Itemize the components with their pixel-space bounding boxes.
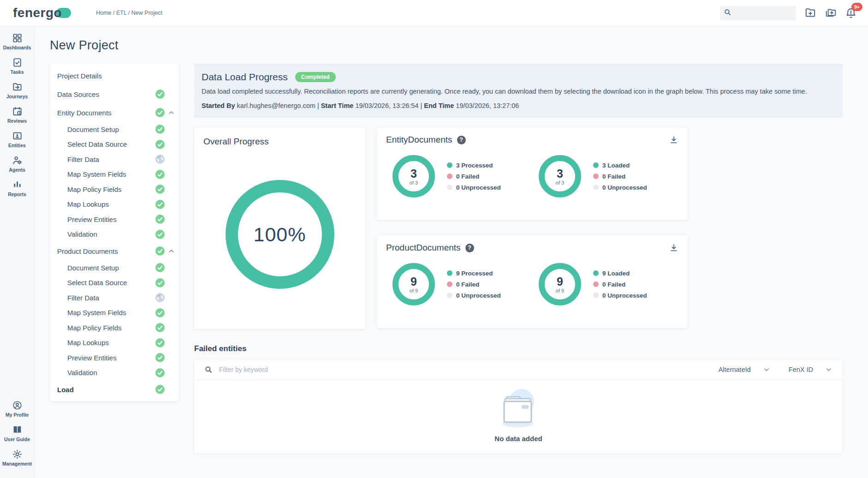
document-card-entitydocuments: EntityDocuments?3of 33 Processed0 Failed…	[377, 127, 688, 220]
step-entity-documents[interactable]: Entity Documents	[50, 103, 179, 122]
sidebar-item-reports[interactable]: Reports	[0, 179, 34, 197]
legend-label: 9 Loaded	[602, 270, 630, 277]
check-icon	[155, 338, 165, 347]
step-map-policy-fields[interactable]: Map Policy Fields	[50, 182, 179, 197]
sidebar-item-agents[interactable]: Agents	[0, 155, 34, 173]
sidebar-item-tasks[interactable]: Tasks	[0, 57, 34, 75]
step-filter-data[interactable]: Filter Data	[50, 152, 179, 167]
legend: 3 Loaded0 Failed0 Unprocessed	[593, 162, 647, 191]
agents-icon	[12, 155, 23, 166]
breadcrumb[interactable]: Home / ETL / New Project	[96, 10, 162, 16]
chevron-up-icon[interactable]	[167, 247, 175, 255]
check-icon	[155, 140, 165, 149]
meta-value-started-by: karl.hughes@fenergo.com	[237, 102, 315, 109]
step-map-system-fields[interactable]: Map System Fields	[50, 305, 179, 321]
search-icon	[724, 8, 731, 18]
help-icon[interactable]: ?	[457, 136, 466, 144]
chevron-placeholder	[167, 386, 175, 394]
help-icon[interactable]: ?	[465, 244, 474, 252]
sidebar-item-entities[interactable]: Entities	[0, 131, 34, 148]
step-validation[interactable]: Validation	[50, 365, 179, 381]
step-map-policy-fields[interactable]: Map Policy Fields	[50, 320, 179, 335]
download-icon[interactable]	[669, 135, 678, 144]
download-icon[interactable]	[669, 243, 678, 252]
step-product-documents[interactable]: Product Documents	[50, 242, 179, 260]
step-load[interactable]: Load	[50, 380, 179, 399]
step-preview-entities[interactable]: Preview Entities	[50, 350, 179, 365]
step-document-setup[interactable]: Document Setup	[50, 122, 179, 137]
sidebar-nav: DashboardsTasksJourneysReviewsEntitiesAg…	[0, 26, 35, 478]
legend-dot	[447, 281, 452, 287]
global-search[interactable]	[720, 6, 796, 20]
step-label: Project Details	[57, 72, 155, 80]
donut-chart: 3of 3	[392, 155, 435, 197]
empty-state: No data added	[194, 380, 843, 453]
legend-item: 3 Processed	[447, 162, 501, 169]
donut-group: 3of 33 Loaded0 Failed0 Unprocessed	[532, 155, 678, 197]
donut-value: 3	[410, 167, 417, 179]
step-select-data-source[interactable]: Select Data Source	[50, 275, 179, 291]
sidebar-item-user-guide[interactable]: User Guide	[0, 424, 34, 442]
notifications-button[interactable]: 9+	[845, 7, 857, 19]
sidebar-item-label: Entities	[8, 143, 26, 148]
fenx-id-dropdown[interactable]: FenX ID	[789, 366, 832, 373]
overall-progress-value: 100%	[254, 223, 306, 246]
step-select-data-source[interactable]: Select Data Source	[50, 137, 179, 152]
notification-badge: 9+	[851, 3, 862, 11]
step-label: Document Setup	[67, 264, 155, 272]
chevron-placeholder	[167, 155, 175, 163]
sidebar-item-reviews[interactable]: Reviews	[0, 106, 34, 124]
page-title: New Project	[50, 38, 843, 53]
donut-chart: 9of 9	[539, 263, 581, 305]
step-map-lookups[interactable]: Map Lookups	[50, 197, 179, 212]
chevron-up-icon[interactable]	[167, 109, 175, 117]
check-icon	[155, 308, 165, 317]
step-label: Preview Entities	[67, 215, 155, 223]
card-header: EntityDocuments?	[386, 135, 678, 145]
check-icon	[155, 170, 165, 179]
chevron-placeholder	[167, 72, 175, 80]
legend-label: 0 Failed	[602, 281, 625, 288]
step-filter-data[interactable]: Filter Data	[50, 290, 179, 305]
check-icon	[155, 353, 165, 362]
alternate-id-dropdown[interactable]: AlternateId	[719, 366, 770, 373]
search-input[interactable]	[734, 10, 792, 17]
fenergo-logo[interactable]: fenergo	[13, 6, 70, 19]
fenx-id-dropdown-label: FenX ID	[789, 366, 813, 373]
legend-dot	[593, 293, 599, 298]
legend-label: 3 Processed	[456, 162, 493, 169]
step-data-sources[interactable]: Data Sources	[50, 85, 179, 103]
check-icon	[155, 90, 165, 99]
step-preview-entities[interactable]: Preview Entities	[50, 212, 179, 227]
legend-item: 0 Failed	[593, 173, 647, 180]
step-label: Map System Fields	[67, 309, 155, 317]
sidebar-item-dashboards[interactable]: Dashboards	[0, 33, 34, 50]
sidebar-item-my-profile[interactable]: My Profile	[0, 400, 34, 418]
sidebar-item-journeys[interactable]: Journeys	[0, 82, 34, 99]
step-label: Map Lookups	[67, 200, 155, 208]
step-validation[interactable]: Validation	[50, 227, 179, 242]
add-folder-button[interactable]	[804, 7, 816, 19]
sidebar-item-management[interactable]: Management	[0, 449, 34, 466]
step-map-system-fields[interactable]: Map System Fields	[50, 167, 179, 182]
legend-dot	[447, 270, 452, 276]
legend: 3 Processed0 Failed0 Unprocessed	[447, 162, 501, 191]
step-label: Document Setup	[67, 125, 155, 133]
step-document-setup[interactable]: Document Setup	[50, 260, 179, 275]
check-icon	[155, 278, 165, 287]
keyword-filter-input[interactable]	[219, 366, 700, 373]
donut-subtitle: of 3	[410, 180, 418, 185]
overall-progress-card: Overall Progress 100%	[194, 127, 365, 329]
chevron-placeholder	[167, 279, 175, 287]
step-map-lookups[interactable]: Map Lookups	[50, 335, 179, 351]
legend-item: 0 Failed	[593, 281, 647, 288]
chevron-down-icon	[763, 366, 770, 373]
sidebar-item-label: My Profile	[6, 412, 29, 418]
chevron-placeholder	[167, 185, 175, 193]
legend-dot	[593, 185, 599, 190]
step-project-details[interactable]: Project Details	[50, 66, 179, 85]
chevron-placeholder	[167, 90, 175, 98]
check-icon	[155, 263, 165, 272]
chevron-placeholder	[167, 200, 175, 208]
import-folder-button[interactable]	[825, 7, 837, 19]
